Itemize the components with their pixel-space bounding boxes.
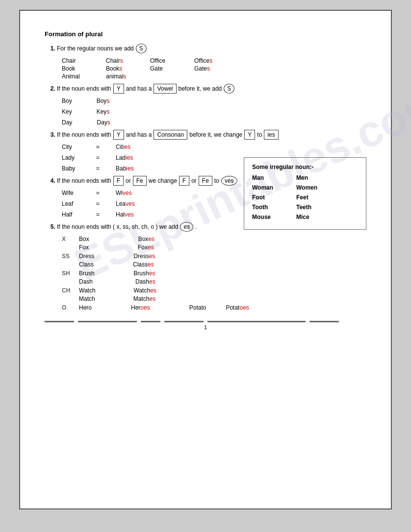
rule-4-badge4: Fe bbox=[199, 176, 212, 186]
line-seg-5 bbox=[207, 321, 306, 322]
rule-2-examples: Boy Boys Key Keys Day Days bbox=[62, 97, 366, 126]
word: Chair bbox=[62, 57, 101, 64]
rule-2-text-after: before it, we add bbox=[179, 85, 222, 92]
eq: = bbox=[96, 211, 106, 218]
rule-2-badge3: S bbox=[224, 84, 234, 94]
word: Lady bbox=[62, 154, 86, 161]
word-plural: Watches bbox=[134, 287, 156, 294]
word-plural: Boys bbox=[97, 97, 110, 104]
rule-4-badge2: Fe bbox=[133, 176, 147, 186]
word-plural: Halves bbox=[116, 211, 134, 218]
cat-ch: CH Watch Watches Match Matches bbox=[62, 287, 366, 302]
word-plural: animals bbox=[106, 73, 145, 80]
rule-4-badge1: F bbox=[113, 176, 124, 186]
pair-fox: Fox Foxes bbox=[79, 244, 154, 251]
page-title: Formation of plural bbox=[45, 30, 366, 38]
eq: = bbox=[96, 200, 106, 207]
line-seg-2 bbox=[78, 321, 137, 322]
pair-dress: Dress Dresses bbox=[79, 253, 155, 260]
irr-row-foot: Foot Feet bbox=[252, 194, 358, 201]
rule-2-text-before: If the noun ends with bbox=[57, 85, 111, 92]
rule-2-text-mid: and has a bbox=[126, 85, 152, 92]
rule-1-line: For the regular nouns we add S bbox=[57, 44, 366, 53]
eq: = bbox=[96, 144, 106, 150]
rule-4-text-before: If the noun ends with bbox=[57, 177, 111, 184]
word-plural: Ladies bbox=[116, 154, 133, 161]
irr-base: Man bbox=[252, 174, 282, 181]
irr-plural: Mice bbox=[296, 214, 326, 220]
word-plural: Chairs bbox=[106, 57, 145, 64]
page: ESLprintables.com Formation of plural Fo… bbox=[19, 10, 392, 509]
word: Leaf bbox=[62, 200, 86, 207]
word: Brush bbox=[79, 270, 94, 277]
rule-1-text: For the regular nouns we add bbox=[57, 45, 134, 52]
word: Animal bbox=[62, 73, 101, 80]
rule-5-text-before: If the noun ends with ( x, ss, sh, ch, o… bbox=[57, 223, 178, 230]
irr-plural: Women bbox=[296, 184, 326, 191]
word: City bbox=[62, 144, 86, 150]
word-plural: Dashes bbox=[135, 278, 155, 285]
rule-4-or2: or bbox=[191, 177, 197, 184]
irr-row-tooth: Tooth Teeth bbox=[252, 204, 358, 211]
word-plural: Books bbox=[106, 65, 145, 72]
cat-label-ss: SS bbox=[62, 253, 79, 268]
word-plural: Dresses bbox=[133, 253, 155, 260]
pair-brush: Brush Brushes bbox=[79, 270, 155, 277]
word-plural: Keys bbox=[97, 108, 110, 115]
word: Baby bbox=[62, 165, 86, 172]
line-seg-3 bbox=[141, 321, 160, 322]
eq: = bbox=[96, 165, 106, 172]
eq: = bbox=[96, 190, 106, 196]
eq: = bbox=[96, 154, 106, 161]
word: Match bbox=[79, 295, 95, 302]
rule-3-text-before: If the noun ends with bbox=[57, 131, 111, 138]
pair-watch: Watch Watches bbox=[79, 287, 156, 294]
rule-3-line: If the noun ends with Y and has a Conson… bbox=[57, 130, 366, 140]
irr-row-woman: Woman Women bbox=[252, 184, 358, 191]
pair-hero: Hero Heroes bbox=[79, 304, 150, 311]
word: Potato bbox=[189, 304, 206, 311]
word: Dash bbox=[79, 278, 93, 285]
bottom-decoration bbox=[45, 321, 366, 322]
rule-4-text-mid: we change bbox=[149, 177, 177, 184]
word: Fox bbox=[79, 244, 89, 251]
word-plural: Gates bbox=[194, 65, 233, 72]
word: Dress bbox=[79, 253, 94, 260]
word: Book bbox=[62, 65, 101, 72]
irr-base: Tooth bbox=[252, 204, 282, 211]
rule-4-or1: or bbox=[126, 177, 131, 184]
word-plural: Days bbox=[97, 119, 110, 126]
rule-4-badge5: ves bbox=[221, 176, 237, 186]
cat-label-x: X bbox=[62, 236, 79, 251]
word-plural: Potatoes bbox=[226, 304, 249, 311]
pair-class: Class Classes bbox=[79, 261, 155, 268]
word: Class bbox=[79, 261, 94, 268]
pair-dash: Dash Dashes bbox=[79, 278, 155, 285]
irr-plural: Feet bbox=[296, 194, 326, 201]
irr-plural: Men bbox=[296, 174, 326, 181]
word-plural: Matches bbox=[133, 295, 155, 302]
word-plural: Cities bbox=[116, 144, 130, 150]
word-plural: Boxes bbox=[138, 236, 154, 242]
line-seg-6 bbox=[309, 321, 339, 322]
rule-3-text-mid2: before it, we change bbox=[189, 131, 242, 138]
word: Wife bbox=[62, 190, 86, 196]
rule-4-text-to: to bbox=[214, 177, 219, 184]
rule-3-text-to: to bbox=[257, 131, 262, 138]
word: Day bbox=[62, 119, 72, 126]
irr-base: Woman bbox=[252, 184, 282, 191]
word-plural: Leaves bbox=[116, 200, 135, 207]
rule-3-badge3: Y bbox=[244, 130, 255, 140]
irr-plural: Teeth bbox=[296, 204, 326, 211]
irr-row-man: Man Men bbox=[252, 174, 358, 181]
rule-2-badge2: Vowel bbox=[154, 84, 176, 94]
word: Boy bbox=[62, 97, 72, 104]
cat-o: O Hero Heroes Potato Potatoes bbox=[62, 304, 366, 311]
cat-label-ch: CH bbox=[62, 287, 79, 302]
word: Watch bbox=[79, 287, 96, 294]
rule-3-badge1: Y bbox=[113, 130, 124, 140]
irregular-nouns-box: Some irregular noun:- Man Men Woman Wome… bbox=[244, 157, 366, 230]
rule-1-examples: Chair Chairs Office Offices Book Books G… bbox=[62, 57, 366, 80]
page-number: 1 bbox=[45, 324, 366, 330]
line-seg-4 bbox=[164, 321, 204, 322]
